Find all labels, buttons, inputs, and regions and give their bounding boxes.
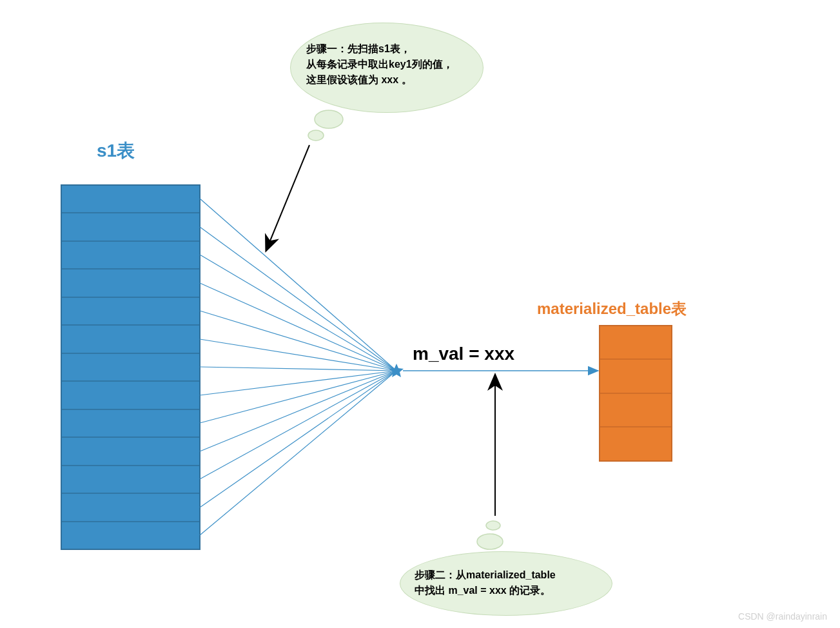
step-1-callout: 步骤一：先扫描s1表， 从每条记录中取出key1列的值， 这里假设该值为 xxx… xyxy=(290,23,483,113)
s1-table-graphic xyxy=(61,185,200,549)
step-1-line-2: 从每条记录中取出key1列的值， xyxy=(306,57,467,72)
svg-line-18 xyxy=(200,339,396,371)
materialized-table-graphic xyxy=(600,326,672,461)
equation-label: m_val = xxx xyxy=(413,344,514,364)
svg-rect-0 xyxy=(61,185,200,549)
watermark: CSDN @raindayinrain xyxy=(738,611,827,622)
callout-1-arrow xyxy=(266,145,309,250)
step-2-callout: 步骤二：从materialized_table 中找出 m_val = xxx … xyxy=(400,551,612,616)
s1-table-label: s1表 xyxy=(97,139,135,163)
svg-point-32 xyxy=(477,534,503,549)
svg-line-23 xyxy=(200,371,396,479)
svg-line-14 xyxy=(200,227,396,371)
svg-line-15 xyxy=(200,255,396,371)
step-2-line-1: 步骤二：从materialized_table xyxy=(415,567,598,583)
svg-line-21 xyxy=(200,371,396,423)
svg-line-25 xyxy=(200,371,396,535)
materialized-table-label: materialized_table表 xyxy=(537,299,687,319)
svg-line-16 xyxy=(200,283,396,371)
step-1-line-1: 步骤一：先扫描s1表， xyxy=(306,41,467,57)
svg-line-13 xyxy=(200,199,396,371)
step-2-line-2: 中找出 m_val = xxx 的记录。 xyxy=(415,583,598,598)
callout-1-tail xyxy=(308,110,343,141)
svg-point-31 xyxy=(308,130,324,141)
step-1-line-3: 这里假设该值为 xxx 。 xyxy=(306,72,467,88)
svg-point-33 xyxy=(486,521,500,530)
svg-line-17 xyxy=(200,311,396,371)
callout-2-tail xyxy=(477,521,503,549)
svg-line-19 xyxy=(200,367,396,371)
svg-point-30 xyxy=(315,110,343,128)
converging-lines xyxy=(200,199,396,535)
